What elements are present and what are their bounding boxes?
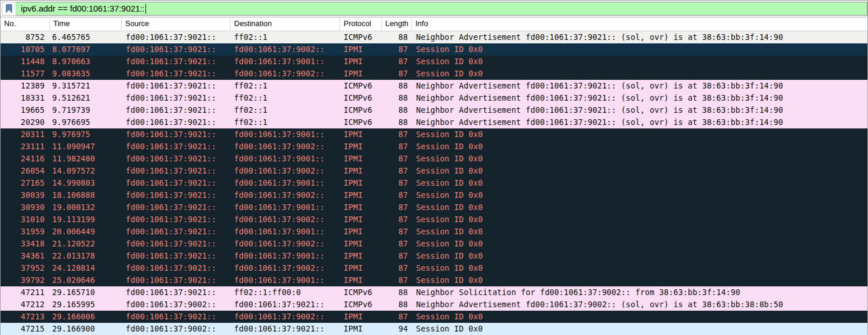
packet-row[interactable]: 2605414.097572fd00:1061:37:9021::fd00:10… [1,165,867,177]
cell-protocol: IPMI [340,226,382,238]
cell-source: fd00:1061:37:9021:: [122,250,231,262]
cell-protocol: ICMPv6 [340,92,382,104]
cell-protocol: IPMI [340,165,382,177]
cell-no: 10705 [1,43,50,56]
packet-row[interactable]: 3341821.120522fd00:1061:37:9021::fd00:10… [1,238,867,250]
wireshark-packet-list-window: ipv6.addr == fd00:1061:37:9021:: No.Time… [0,0,868,335]
packet-row[interactable]: 115779.083635fd00:1061:37:9021::fd00:106… [1,68,867,80]
cell-time: 25.020646 [50,274,122,286]
column-header-info[interactable]: Info [412,17,867,31]
packet-row[interactable]: 3003918.106888fd00:1061:37:9021::fd00:10… [1,189,867,201]
cell-info: Session ID 0x0 [412,128,867,141]
cell-length: 87 [382,141,412,153]
packet-row[interactable]: 3795224.128814fd00:1061:37:9021::fd00:10… [1,262,867,274]
bookmark-icon [6,4,12,13]
cell-length: 87 [382,201,412,213]
cell-destination: fd00:1061:37:9001:: [231,250,340,262]
cell-info: Neighbor Advertisement fd00:1061:37:9021… [412,31,867,43]
cell-length: 87 [382,274,412,286]
cell-protocol: IPMI [340,274,382,286]
packet-row[interactable]: 2311111.090947fd00:1061:37:9021::fd00:10… [1,141,867,153]
cell-length: 87 [382,189,412,201]
column-header-destination[interactable]: Destination [231,17,340,31]
cell-protocol: IPMI [340,262,382,274]
display-filter-input[interactable]: ipv6.addr == fd00:1061:37:9021:: [16,2,867,16]
packet-row[interactable]: 2411611.982480fd00:1061:37:9021::fd00:10… [1,153,867,165]
filter-bookmark-button[interactable] [2,2,16,16]
cell-time: 29.165995 [50,299,122,311]
cell-source: fd00:1061:37:9021:: [122,311,231,323]
packet-row[interactable]: 4721129.165710fd00:1061:37:9021::ff02::1… [1,286,867,299]
packet-row[interactable]: 4721329.166006fd00:1061:37:9021::fd00:10… [1,311,867,323]
packet-row[interactable]: 87526.465765fd00:1061:37:9021::ff02::1IC… [1,31,867,43]
column-header-no[interactable]: No. [1,17,50,31]
cell-destination: ff02::1 [231,80,340,92]
cell-length: 87 [382,177,412,189]
cell-length: 94 [382,323,412,335]
column-header-length[interactable]: Length [382,17,412,31]
cell-no: 20290 [1,116,50,128]
packet-row[interactable]: 3101019.113199fd00:1061:37:9021::fd00:10… [1,213,867,226]
packet-row[interactable]: 3979225.020646fd00:1061:37:9021::fd00:10… [1,274,867,286]
cell-info: Neighbor Advertisement fd00:1061:37:9021… [412,92,867,104]
cell-info: Session ID 0x0 [412,323,867,335]
cell-source: fd00:1061:37:9021:: [122,286,231,299]
cell-no: 27165 [1,177,50,189]
cell-source: fd00:1061:37:9021:: [122,43,231,56]
cell-info: Session ID 0x0 [412,153,867,165]
cell-time: 29.166900 [50,323,122,335]
cell-no: 19665 [1,104,50,116]
packet-row[interactable]: 202909.976695fd00:1061:37:9021::ff02::1I… [1,116,867,128]
packet-row[interactable]: 3093019.000132fd00:1061:37:9021::fd00:10… [1,201,867,213]
packet-row[interactable]: 114488.970663fd00:1061:37:9021::fd00:106… [1,56,867,68]
cell-time: 18.106888 [50,189,122,201]
cell-time: 22.013178 [50,250,122,262]
packet-row-selected[interactable]: 107058.077697fd00:1061:37:9021::fd00:106… [1,43,867,56]
column-header-source[interactable]: Source [122,17,231,31]
cell-info: Session ID 0x0 [412,201,867,213]
cell-source: fd00:1061:37:9021:: [122,56,231,68]
column-header-time[interactable]: Time [50,17,122,31]
packet-row[interactable]: 123899.315721fd00:1061:37:9021::ff02::1I… [1,80,867,92]
cell-destination: fd00:1061:37:9001:: [231,201,340,213]
packet-row[interactable]: 196659.719739fd00:1061:37:9021::ff02::1I… [1,104,867,116]
cell-source: fd00:1061:37:9021:: [122,189,231,201]
cell-length: 87 [382,250,412,262]
cell-source: fd00:1061:37:9021:: [122,201,231,213]
cell-destination: ff02::1 [231,31,340,43]
cell-no: 39792 [1,274,50,286]
packet-row[interactable]: 4721529.166900fd00:1061:37:9002::fd00:10… [1,323,867,335]
cell-no: 37952 [1,262,50,274]
packet-row[interactable]: 3195920.006449fd00:1061:37:9021::fd00:10… [1,226,867,238]
cell-destination: fd00:1061:37:9002:: [231,213,340,226]
cell-destination: ff02::1 [231,104,340,116]
cell-source: fd00:1061:37:9021:: [122,165,231,177]
cell-source: fd00:1061:37:9021:: [122,80,231,92]
cell-time: 6.465765 [50,31,122,43]
cell-protocol: ICMPv6 [340,299,382,311]
cell-info: Session ID 0x0 [412,250,867,262]
cell-protocol: IPMI [340,201,382,213]
text-caret [145,4,146,14]
cell-destination: fd00:1061:37:9001:: [231,177,340,189]
cell-time: 8.970663 [50,56,122,68]
cell-length: 88 [382,286,412,299]
cell-time: 8.077697 [50,43,122,56]
packet-row[interactable]: 2716514.990803fd00:1061:37:9021::fd00:10… [1,177,867,189]
cell-destination: fd00:1061:37:9001:: [231,153,340,165]
cell-protocol: ICMPv6 [340,116,382,128]
cell-time: 29.165710 [50,286,122,299]
cell-no: 34361 [1,250,50,262]
cell-length: 87 [382,43,412,56]
cell-time: 9.976975 [50,128,122,141]
cell-source: fd00:1061:37:9021:: [122,274,231,286]
packet-row[interactable]: 183319.512621fd00:1061:37:9021::ff02::1I… [1,92,867,104]
cell-time: 9.083635 [50,68,122,80]
packet-row[interactable]: 203119.976975fd00:1061:37:9021::fd00:106… [1,128,867,141]
cell-time: 9.719739 [50,104,122,116]
packet-row[interactable]: 4721229.165995fd00:1061:37:9002::fd00:10… [1,299,867,311]
cell-no: 24116 [1,153,50,165]
column-header-protocol[interactable]: Protocol [340,17,382,31]
packet-row[interactable]: 3436122.013178fd00:1061:37:9021::fd00:10… [1,250,867,262]
cell-no: 47212 [1,299,50,311]
